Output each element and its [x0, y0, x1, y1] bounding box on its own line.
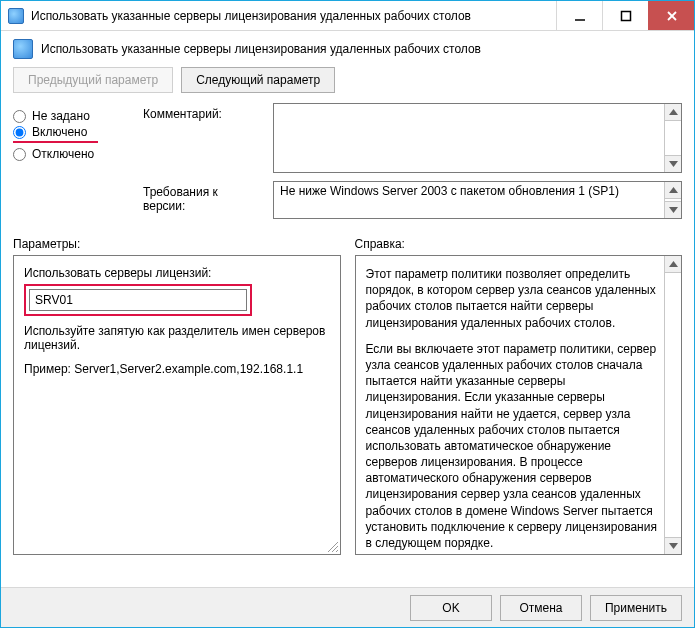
resize-grip-icon[interactable]: [326, 540, 338, 552]
policy-title: Использовать указанные серверы лицензиро…: [41, 42, 481, 56]
apply-button[interactable]: Применить: [590, 595, 682, 621]
state-radio-group: Не задано Включено Отключено: [13, 103, 133, 163]
window-title: Использовать указанные серверы лицензиро…: [31, 1, 556, 30]
svg-marker-12: [669, 543, 678, 549]
help-text: Этот параметр политики позволяет определ…: [366, 266, 658, 555]
maximize-button[interactable]: [602, 1, 648, 30]
svg-marker-5: [669, 161, 678, 167]
scroll-down-icon[interactable]: [665, 537, 681, 554]
policy-icon: [13, 39, 33, 59]
radio-not-configured[interactable]: Не задано: [13, 109, 133, 123]
comment-field: [273, 103, 682, 173]
nav-buttons: Предыдущий параметр Следующий параметр: [1, 63, 694, 103]
comment-spinner: [664, 104, 681, 172]
svg-line-10: [336, 550, 338, 552]
radio-not-configured-label: Не задано: [32, 109, 90, 123]
help-scrollbar[interactable]: [664, 256, 681, 554]
radio-enabled-label: Включено: [32, 125, 87, 139]
radio-disabled[interactable]: Отключено: [13, 147, 133, 161]
license-servers-example: Пример: Server1,Server2.example.com,192.…: [24, 362, 330, 376]
license-servers-input[interactable]: [29, 289, 247, 311]
ok-button[interactable]: OK: [410, 595, 492, 621]
spin-up-icon[interactable]: [665, 182, 681, 199]
help-panel: Этот параметр политики позволяет определ…: [355, 255, 683, 555]
prev-setting-button[interactable]: Предыдущий параметр: [13, 67, 173, 93]
comment-input[interactable]: [274, 104, 664, 172]
help-paragraph: Если вы включаете этот параметр политики…: [366, 341, 658, 551]
license-servers-hint: Используйте запятую как разделитель имен…: [24, 324, 330, 352]
license-servers-label: Использовать серверы лицензий:: [24, 266, 330, 280]
titlebar: Использовать указанные серверы лицензиро…: [1, 1, 694, 31]
radio-enabled-input[interactable]: [13, 126, 26, 139]
next-setting-button[interactable]: Следующий параметр: [181, 67, 335, 93]
svg-marker-6: [669, 187, 678, 193]
policy-header: Использовать указанные серверы лицензиро…: [1, 31, 694, 63]
comment-label: Комментарий:: [143, 103, 263, 121]
help-label: Справка:: [355, 237, 683, 251]
radio-enabled[interactable]: Включено: [13, 125, 133, 139]
requirements-label: Требования к версии:: [143, 181, 263, 213]
requirements-spinner: [664, 182, 681, 218]
svg-marker-7: [669, 207, 678, 213]
options-panel: Использовать серверы лицензий: Используй…: [13, 255, 341, 555]
spin-down-icon[interactable]: [665, 155, 681, 172]
svg-rect-1: [621, 11, 630, 20]
options-label: Параметры:: [13, 237, 341, 251]
window-icon: [1, 1, 31, 30]
minimize-button[interactable]: [556, 1, 602, 30]
requirements-field: Не ниже Windows Server 2003 с пакетом об…: [273, 181, 682, 219]
annotation-underline: [13, 141, 98, 143]
policy-icon: [8, 8, 24, 24]
svg-marker-11: [669, 261, 678, 267]
requirements-text: Не ниже Windows Server 2003 с пакетом об…: [280, 184, 619, 198]
radio-disabled-label: Отключено: [32, 147, 94, 161]
close-button[interactable]: [648, 1, 694, 30]
help-paragraph: Этот параметр политики позволяет определ…: [366, 266, 658, 331]
svg-marker-4: [669, 109, 678, 115]
annotation-highlight: [24, 284, 252, 316]
spin-up-icon[interactable]: [665, 104, 681, 121]
radio-disabled-input[interactable]: [13, 148, 26, 161]
cancel-button[interactable]: Отмена: [500, 595, 582, 621]
scroll-up-icon[interactable]: [665, 256, 681, 273]
dialog-footer: OK Отмена Применить: [1, 587, 694, 627]
spin-down-icon[interactable]: [665, 201, 681, 218]
radio-not-configured-input[interactable]: [13, 110, 26, 123]
